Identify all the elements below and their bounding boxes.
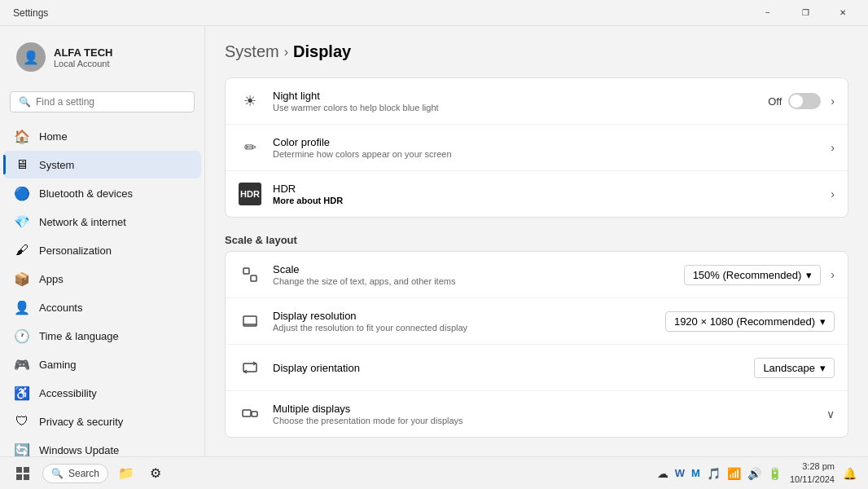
resolution-icon — [239, 310, 261, 333]
nav-label-gaming: Gaming — [39, 359, 77, 371]
svg-rect-9 — [16, 474, 22, 480]
taskbar-search[interactable]: 🔍 Search — [42, 464, 108, 483]
orientation-dropdown-value: Landscape — [763, 362, 815, 374]
taskbar-search-label: Search — [68, 468, 99, 479]
volume-icon[interactable]: 🔊 — [746, 465, 763, 482]
night-light-control: Off › — [768, 93, 835, 109]
color-profile-control: › — [827, 141, 835, 154]
search-input[interactable] — [36, 96, 186, 108]
time-display[interactable]: 3:28 pm 10/11/2024 — [790, 460, 835, 486]
mail-icon[interactable]: M — [690, 465, 702, 481]
svg-rect-6 — [252, 412, 257, 416]
night-light-item[interactable]: ☀ Night light Use warmer colors to help … — [226, 78, 848, 125]
orientation-dropdown-arrow: ▾ — [820, 362, 826, 374]
resolution-desc: Adjust the resolution to fit your connec… — [273, 323, 665, 333]
nav-label-apps: Apps — [39, 273, 64, 285]
resolution-title: Display resolution — [273, 310, 665, 322]
multiple-displays-item[interactable]: Multiple displays Choose the presentatio… — [226, 391, 848, 437]
color-profile-text: Color profile Determine how colors appea… — [273, 136, 827, 159]
scale-desc: Change the size of text, apps, and other… — [273, 276, 684, 286]
breadcrumb-parent[interactable]: System — [225, 42, 279, 61]
scale-title: Scale — [273, 263, 684, 275]
hdr-chevron: › — [831, 187, 835, 200]
hdr-icon: HDR — [239, 183, 261, 205]
multiple-displays-title: Multiple displays — [273, 403, 823, 415]
cloud-icon[interactable]: ☁ — [655, 465, 670, 482]
nav-item-update[interactable]: 🔄 Windows Update — [3, 436, 201, 456]
nav-label-home: Home — [39, 130, 68, 143]
multiple-displays-chevron: ∨ — [826, 408, 835, 421]
current-time: 3:28 pm — [790, 460, 835, 473]
hdr-item[interactable]: HDR HDR More about HDR › — [226, 171, 848, 217]
color-profile-item[interactable]: ✏ Color profile Determine how colors app… — [226, 125, 848, 171]
nav-item-time[interactable]: 🕐 Time & language — [3, 322, 201, 350]
nav-label-personalization: Personalization — [39, 244, 112, 257]
nav-label-network: Network & internet — [39, 216, 126, 228]
app-container: 👤 ALFA TECH Local Account 🔍 🏠 Home 🖥 Sys… — [0, 26, 868, 456]
nav-item-home[interactable]: 🏠 Home — [3, 122, 201, 150]
color-profile-icon: ✏ — [239, 136, 261, 159]
resolution-control: 1920 × 1080 (Recommended) ▾ — [665, 311, 835, 332]
svg-rect-7 — [16, 467, 22, 473]
scale-item[interactable]: Scale Change the size of text, apps, and… — [226, 252, 848, 298]
nav-item-gaming[interactable]: 🎮 Gaming — [3, 350, 201, 378]
breadcrumb-separator: › — [284, 45, 288, 59]
taskbar-settings[interactable]: ⚙ — [144, 462, 167, 485]
music-icon[interactable]: 🎵 — [705, 465, 722, 482]
wifi-icon[interactable]: 📶 — [726, 465, 743, 482]
nav-item-personalization[interactable]: 🖌 Personalization — [3, 236, 201, 264]
orientation-icon — [239, 356, 261, 379]
svg-rect-10 — [24, 474, 29, 480]
night-light-toggle[interactable] — [788, 93, 821, 109]
minimize-button[interactable]: − — [749, 0, 787, 26]
scale-control: 150% (Recommended) ▾ › — [684, 265, 835, 285]
nav-label-time: Time & language — [39, 330, 119, 342]
system-tray: ☁ W M 🎵 📶 🔊 🔋 — [655, 465, 783, 482]
taskbar: 🔍 Search 📁 ⚙ ☁ W M 🎵 📶 🔊 🔋 3:28 pm 10/11… — [0, 456, 868, 489]
scale-dropdown[interactable]: 150% (Recommended) ▾ — [684, 265, 822, 285]
home-icon: 🏠 — [15, 129, 29, 143]
night-light-chevron: › — [831, 95, 835, 108]
nav-item-accessibility[interactable]: ♿ Accessibility — [3, 379, 201, 407]
nav-item-system[interactable]: 🖥 System — [3, 151, 201, 178]
restore-button[interactable]: ❐ — [787, 0, 824, 26]
user-profile[interactable]: 👤 ALFA TECH Local Account — [3, 33, 201, 82]
nav-item-network[interactable]: 💎 Network & internet — [3, 208, 201, 236]
scale-icon — [239, 263, 261, 286]
taskbar-left: 🔍 Search 📁 ⚙ — [10, 460, 167, 487]
word-icon[interactable]: W — [673, 465, 686, 481]
hdr-title: HDR — [273, 183, 827, 195]
search-box[interactable]: 🔍 — [10, 91, 195, 112]
user-name: ALFA TECH — [54, 46, 112, 59]
svg-rect-1 — [251, 275, 256, 281]
taskbar-file-explorer[interactable]: 📁 — [115, 462, 138, 485]
orientation-item[interactable]: Display orientation Landscape ▾ — [226, 345, 848, 391]
resolution-item[interactable]: Display resolution Adjust the resolution… — [226, 298, 848, 345]
notification-icon[interactable]: 🔔 — [841, 465, 858, 482]
night-light-toggle-label: Off — [768, 95, 782, 108]
scale-text: Scale Change the size of text, apps, and… — [273, 263, 684, 286]
accessibility-icon: ♿ — [15, 385, 29, 400]
time-icon: 🕐 — [15, 328, 29, 343]
bluetooth-icon: 🔵 — [15, 186, 29, 200]
personalization-icon: 🖌 — [15, 243, 29, 258]
nav-item-apps[interactable]: 📦 Apps — [3, 265, 201, 293]
nav-label-accounts: Accounts — [39, 302, 82, 314]
nav-item-bluetooth[interactable]: 🔵 Bluetooth & devices — [3, 179, 201, 207]
resolution-text: Display resolution Adjust the resolution… — [273, 310, 665, 333]
orientation-dropdown[interactable]: Landscape ▾ — [754, 358, 835, 378]
start-button[interactable] — [10, 460, 36, 487]
nav-item-accounts[interactable]: 👤 Accounts — [3, 293, 201, 321]
user-info: ALFA TECH Local Account — [54, 46, 112, 68]
multiple-displays-desc: Choose the presentation mode for your di… — [273, 416, 823, 425]
network-icon: 💎 — [15, 214, 29, 229]
avatar: 👤 — [16, 42, 46, 72]
resolution-dropdown[interactable]: 1920 × 1080 (Recommended) ▾ — [665, 311, 835, 332]
nav-item-privacy[interactable]: 🛡 Privacy & security — [3, 408, 201, 435]
battery-icon[interactable]: 🔋 — [766, 465, 783, 482]
nav-label-system: System — [39, 159, 74, 171]
scale-layout-header: Scale & layout — [225, 224, 848, 251]
close-button[interactable]: ✕ — [824, 0, 861, 26]
search-icon: 🔍 — [19, 96, 31, 108]
multiple-displays-control: ∨ — [823, 408, 835, 421]
